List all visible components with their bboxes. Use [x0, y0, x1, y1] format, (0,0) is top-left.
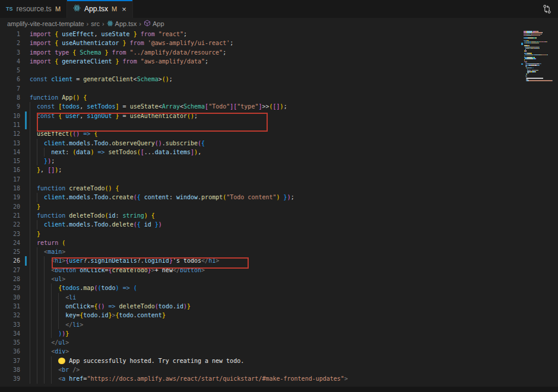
line-number: 18	[0, 184, 20, 193]
code-line[interactable]: 35 </ul>	[0, 338, 558, 347]
tab-label: resource.ts	[17, 5, 52, 13]
code-line[interactable]: 8function App() {	[0, 93, 558, 102]
editor-tab-bar: TS resource.ts M App.tsx M ×	[0, 0, 558, 18]
code-line[interactable]: 5	[0, 66, 558, 75]
line-number: 2	[0, 39, 20, 47]
code-line[interactable]: 6const client = generateClient<Schema>()…	[0, 75, 558, 84]
code-line[interactable]: 33 </li>	[0, 320, 558, 329]
code-line[interactable]: 28 <ul>	[0, 275, 558, 283]
code-line[interactable]: 16 }, []);	[0, 165, 558, 174]
line-number: 31	[0, 302, 20, 311]
line-number: 34	[0, 329, 20, 338]
line-number: 13	[0, 139, 20, 148]
line-number: 27	[0, 266, 20, 275]
code-rows: 1import { useEffect, useState } from "re…	[0, 30, 558, 384]
code-line[interactable]: 9 const [todos, setTodos] = useState<Arr…	[0, 102, 558, 111]
chevron-right-icon: ›	[139, 20, 141, 27]
line-number: 25	[0, 247, 20, 256]
code-line[interactable]: 20 }	[0, 202, 558, 211]
tab-resource-ts[interactable]: TS resource.ts M	[0, 0, 67, 18]
line-number: 28	[0, 275, 20, 283]
modified-badge: M	[55, 5, 61, 12]
tab-app-tsx[interactable]: App.tsx M ×	[67, 0, 133, 18]
code-line[interactable]: 25 <main>	[0, 247, 558, 256]
annotation-box-2	[52, 257, 249, 269]
gutter-modified-indicator	[25, 111, 27, 120]
code-line[interactable]: 29 {todos.map((todo) => (	[0, 283, 558, 292]
code-line[interactable]: 34 ))}	[0, 329, 558, 338]
react-icon	[107, 20, 113, 28]
line-number: 38	[0, 365, 20, 374]
breadcrumb-item-file[interactable]: App.tsx	[107, 20, 137, 28]
code-line[interactable]: 4import { generateClient } from "aws-amp…	[0, 57, 558, 66]
code-line[interactable]: 14 next: (data) => setTodos([...data.ite…	[0, 148, 558, 157]
line-number: 8	[0, 93, 20, 102]
line-number: 16	[0, 165, 20, 174]
line-number: 22	[0, 220, 20, 229]
typescript-icon: TS	[6, 6, 13, 12]
breadcrumb-item-symbol[interactable]: App	[144, 20, 164, 28]
line-number: 7	[0, 84, 20, 93]
code-line[interactable]: 22 client.models.Todo.delete({ id })	[0, 220, 558, 229]
modified-badge: M	[112, 5, 117, 12]
code-line[interactable]: 15 });	[0, 157, 558, 165]
code-line[interactable]: 30 <li	[0, 293, 558, 302]
code-line[interactable]: 18 function createTodo() {	[0, 184, 558, 193]
code-line[interactable]: 32 key={todo.id}>{todo.content}	[0, 311, 558, 320]
code-line[interactable]: 7	[0, 84, 558, 93]
symbol-cube-icon	[144, 20, 151, 28]
line-number: 4	[0, 57, 20, 66]
tab-label: App.tsx	[84, 5, 108, 13]
line-number: 32	[0, 311, 20, 320]
line-number: 5	[0, 66, 20, 75]
code-line[interactable]: 19 client.models.Todo.create({ content: …	[0, 193, 558, 202]
line-number: 37	[0, 356, 20, 365]
breadcrumb-item-project[interactable]: amplify-vite-react-template	[7, 20, 84, 27]
code-line[interactable]: 3import type { Schema } from "../amplify…	[0, 48, 558, 57]
react-icon	[73, 4, 81, 14]
chevron-right-icon: ›	[102, 20, 104, 27]
line-number: 12	[0, 129, 20, 138]
code-line[interactable]: 31 onClick={() => deleteTodo(todo.id)}	[0, 302, 558, 311]
line-number: 36	[0, 347, 20, 356]
line-number: 10	[0, 111, 20, 120]
line-number: 11	[0, 120, 20, 129]
line-number: 3	[0, 48, 20, 57]
minimap-modified-marker	[521, 43, 523, 45]
code-line[interactable]: 36 <div>	[0, 347, 558, 356]
code-line[interactable]: 37 🥳 App successfully hosted. Try creati…	[0, 356, 558, 365]
line-number: 23	[0, 230, 20, 238]
code-line[interactable]: 23 }	[0, 230, 558, 238]
breadcrumb: amplify-vite-react-template › src › App.…	[0, 18, 558, 30]
line-number: 35	[0, 338, 20, 347]
vscode-editor-window: TS resource.ts M App.tsx M ×	[0, 0, 558, 392]
line-number: 1	[0, 30, 20, 39]
line-number: 20	[0, 202, 20, 211]
line-number: 17	[0, 175, 20, 184]
line-number: 24	[0, 238, 20, 247]
chevron-right-icon: ›	[87, 20, 89, 27]
code-line[interactable]: 39 <a href="https://docs.amplify.aws/rea…	[0, 374, 558, 383]
breadcrumb-item-src[interactable]: src	[91, 20, 100, 27]
line-number: 39	[0, 374, 20, 383]
code-line[interactable]: 2import { useAuthenticator } from '@aws-…	[0, 39, 558, 47]
minimap-modified-marker	[521, 63, 523, 65]
annotation-box-1	[37, 113, 268, 132]
line-number: 14	[0, 148, 20, 157]
code-line[interactable]: 13 client.models.Todo.observeQuery().sub…	[0, 139, 558, 148]
line-number: 9	[0, 102, 20, 111]
line-number: 6	[0, 75, 20, 84]
close-icon[interactable]: ×	[122, 5, 126, 14]
line-number: 21	[0, 211, 20, 220]
code-line[interactable]: 17	[0, 175, 558, 184]
line-number: 30	[0, 293, 20, 302]
code-line[interactable]: 21 function deleteTodo(id: string) {	[0, 211, 558, 220]
code-editor[interactable]: 1import { useEffect, useState } from "re…	[0, 30, 558, 387]
minimap[interactable]	[524, 31, 556, 81]
gutter-modified-indicator	[25, 120, 27, 129]
code-line[interactable]: 24 return (	[0, 238, 558, 247]
open-changes-icon[interactable]	[540, 2, 553, 15]
code-line[interactable]: 38 <br />	[0, 365, 558, 374]
code-line[interactable]: 1import { useEffect, useState } from "re…	[0, 30, 558, 39]
editor-actions	[540, 0, 558, 18]
